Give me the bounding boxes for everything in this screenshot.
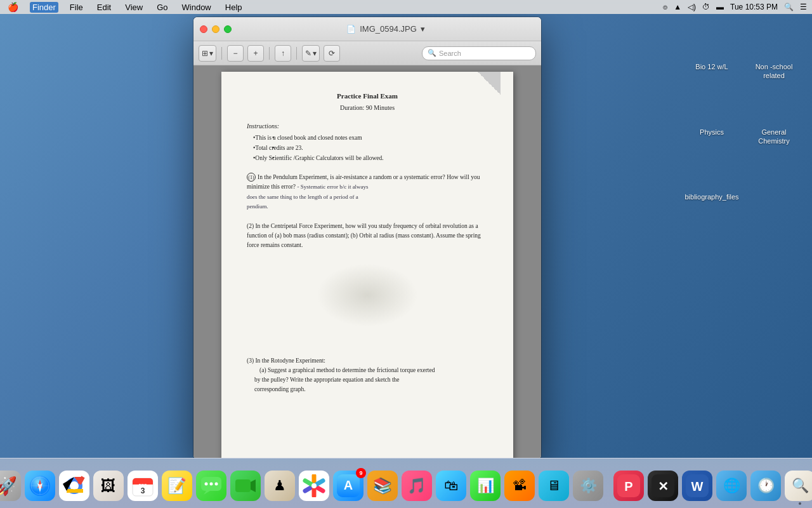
dock-item-facetime[interactable] bbox=[230, 463, 261, 501]
window-title-area: 📄 IMG_0594.JPG ▾ bbox=[237, 24, 535, 34]
ibooks-icon: 📚 bbox=[367, 471, 398, 501]
chess-icon: ♟ bbox=[265, 471, 295, 501]
dock-item-syspref[interactable]: ⚙️ bbox=[573, 463, 603, 501]
toolbar-separator-3 bbox=[296, 47, 297, 60]
dock-item-x[interactable]: ✕ bbox=[648, 463, 678, 501]
window-maximize-button[interactable] bbox=[224, 25, 232, 33]
desktop-icon-bibliography-label: bibliography_files bbox=[685, 192, 739, 201]
rotate-icon: ⟳ bbox=[329, 49, 335, 58]
svg-rect-26 bbox=[235, 479, 251, 492]
q3-subpart: (a) Suggest a graphical method to determ… bbox=[247, 367, 435, 392]
question-2: (2) In the Centripetal Force Experiment,… bbox=[247, 222, 488, 251]
dock-item-preview[interactable]: 🔍 bbox=[785, 463, 812, 501]
dock-item-messages[interactable] bbox=[196, 463, 226, 501]
desktop-icon-bibliography[interactable]: bibliography_files bbox=[686, 157, 737, 201]
preview-dot bbox=[799, 502, 801, 505]
dock-item-launchpad[interactable]: 🚀 bbox=[0, 463, 21, 501]
menu-bluetooth-icon: ⌾ bbox=[663, 3, 667, 11]
dock-item-easyres[interactable]: 🖥 bbox=[539, 463, 569, 501]
desktop-icon-nonschool-label: Non -school related bbox=[749, 62, 799, 81]
menu-list-icon[interactable]: ☰ bbox=[800, 3, 807, 11]
network-icon: 🌐 bbox=[716, 471, 747, 501]
annotate-button[interactable]: ✎ ▾ bbox=[302, 45, 320, 62]
search-box[interactable]: 🔍 Search bbox=[422, 46, 536, 60]
zoom-out-button[interactable]: − bbox=[227, 45, 244, 62]
photos-icon bbox=[299, 471, 329, 501]
toolbar-separator-2 bbox=[269, 47, 270, 60]
menu-bar-left: 🍎 Finder File Edit View Go Window Help bbox=[5, 1, 245, 13]
rotate-button[interactable]: ⟳ bbox=[324, 45, 340, 62]
menu-search-icon[interactable]: 🔍 bbox=[784, 3, 794, 11]
svg-point-25 bbox=[215, 483, 218, 486]
zoom-in-icon: + bbox=[253, 49, 258, 58]
facetime-icon bbox=[230, 471, 261, 501]
menu-finder[interactable]: Finder bbox=[30, 2, 58, 13]
window-title-dropdown[interactable]: ▾ bbox=[421, 24, 425, 34]
dock-item-photos[interactable] bbox=[299, 463, 329, 501]
document-page: Practice Final Exam Duration: 90 Minutes… bbox=[221, 72, 513, 458]
window-minimize-button[interactable] bbox=[212, 25, 219, 33]
dock-item-numbers[interactable]: 📊 bbox=[470, 463, 501, 501]
easyres-icon: 🖥 bbox=[539, 471, 569, 501]
appstore-badge: 9 bbox=[356, 468, 366, 478]
page-corner bbox=[475, 72, 501, 97]
svg-point-23 bbox=[205, 483, 208, 486]
menu-edit[interactable]: Edit bbox=[95, 2, 114, 13]
view-dropdown-icon: ▾ bbox=[209, 49, 213, 58]
dock-item-chrome[interactable] bbox=[59, 463, 89, 501]
desktop-icon-chemistry-label: General Chemistry bbox=[749, 128, 799, 146]
dock-item-itunes[interactable]: 🎵 bbox=[402, 463, 432, 501]
desktop: Bio 12 w/L Non -school related Physics bbox=[0, 14, 812, 458]
dock-item-chess[interactable]: ♟ bbox=[265, 463, 295, 501]
dock-item-calendar[interactable]: DEC3 bbox=[128, 463, 158, 501]
dock-item-word[interactable]: W bbox=[682, 463, 712, 501]
dock-item-keynote[interactable]: 📽 bbox=[504, 463, 535, 501]
zoom-in-button[interactable]: + bbox=[247, 45, 264, 62]
dock-item-safari[interactable] bbox=[25, 463, 55, 501]
search-magnifier-icon: 🔍 bbox=[428, 49, 436, 57]
menu-window[interactable]: Window bbox=[180, 2, 214, 13]
share-button[interactable]: ↑ bbox=[275, 45, 291, 62]
launchpad-icon: 🚀 bbox=[0, 471, 21, 501]
instruction-3: •Only Scientific /Graphic Calculators wi… bbox=[247, 154, 488, 163]
window-controls bbox=[200, 25, 232, 33]
syspref-icon: ⚙️ bbox=[573, 471, 603, 501]
dock-item-network[interactable]: 🌐 bbox=[716, 463, 747, 501]
menu-file[interactable]: File bbox=[67, 2, 86, 13]
desktop-icon-physics[interactable]: Physics bbox=[686, 92, 737, 137]
desktop-icon-bio12[interactable]: Bio 12 w/L bbox=[686, 27, 737, 71]
window-toolbar: ⊞ ▾ − + ↑ ✎ ▾ ⟳ 🔍 bbox=[193, 41, 541, 65]
dock-item-ibooks[interactable]: 📚 bbox=[367, 463, 398, 501]
keynote-icon: 📽 bbox=[504, 471, 535, 501]
pocket-icon: P bbox=[613, 471, 644, 501]
menu-wifi-icon: ▲ bbox=[674, 3, 681, 11]
share-icon: ↑ bbox=[281, 49, 285, 58]
dock-item-appstore2[interactable]: 🛍 bbox=[436, 463, 466, 501]
dock-item-pocket[interactable]: P bbox=[613, 463, 644, 501]
menu-view[interactable]: View bbox=[122, 2, 145, 13]
instructions-title: Instructions: bbox=[247, 121, 488, 131]
dock: 🚀 🖼 DEC3 📝 ♟ bbox=[0, 458, 812, 508]
annotate-dropdown-icon: ▾ bbox=[313, 49, 317, 58]
menu-bar-right: ⌾ ▲ ◁) ⏱ ▬ Tue 10:53 PM 🔍 ☰ bbox=[663, 3, 807, 11]
dock-item-worldclock[interactable]: 🕐 bbox=[750, 463, 781, 501]
question-3: (3) In the Rotodyne Experiment: (a) Sugg… bbox=[247, 356, 488, 395]
dock-item-photobrowser[interactable]: 🖼 bbox=[93, 463, 124, 501]
window-title-icon: 📄 bbox=[346, 25, 356, 34]
menu-go[interactable]: Go bbox=[154, 2, 170, 13]
svg-marker-22 bbox=[204, 491, 210, 495]
q3-number: (3) bbox=[247, 358, 255, 364]
document-content: Practice Final Exam Duration: 90 Minutes… bbox=[221, 72, 513, 413]
zoom-out-icon: − bbox=[233, 49, 237, 58]
dock-item-appstore[interactable]: A 9 bbox=[333, 463, 363, 501]
view-toggle-button[interactable]: ⊞ ▾ bbox=[199, 45, 216, 62]
window-close-button[interactable] bbox=[200, 25, 207, 33]
dock-item-notes[interactable]: 📝 bbox=[162, 463, 192, 501]
messages-icon bbox=[196, 471, 226, 501]
apple-menu[interactable]: 🍎 bbox=[5, 1, 21, 13]
menu-help[interactable]: Help bbox=[223, 2, 245, 13]
desktop-icon-chemistry[interactable]: General Chemistry bbox=[749, 92, 799, 146]
desktop-icon-nonschool[interactable]: Non -school related bbox=[749, 27, 799, 81]
window-titlebar: 📄 IMG_0594.JPG ▾ bbox=[193, 17, 541, 41]
safari-icon bbox=[25, 471, 55, 501]
